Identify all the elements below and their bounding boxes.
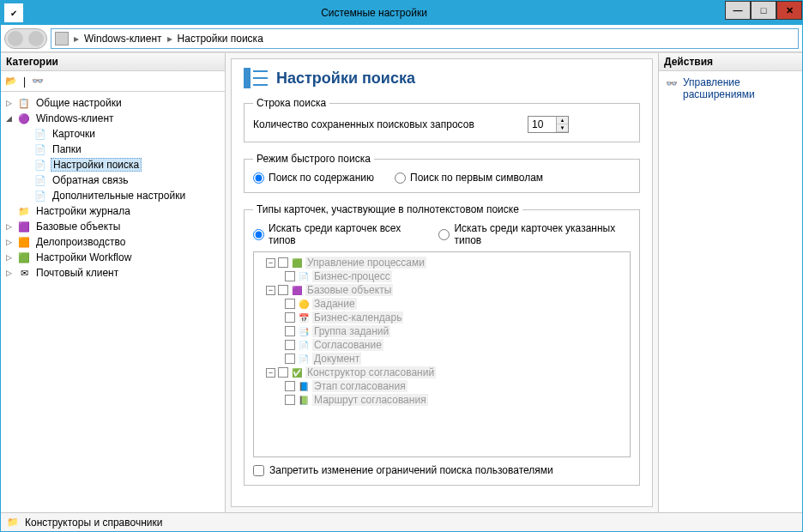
tree-node-feedback[interactable]: 📄 Обратная связь (3, 172, 223, 188)
settings-icon: 📋 (17, 96, 31, 110)
expander-icon[interactable]: ▷ (4, 222, 14, 231)
checkbox[interactable] (278, 285, 288, 295)
tree-node-task[interactable]: 🟡 Задание (256, 297, 628, 311)
route-icon: 📗 (298, 394, 310, 406)
nav-back-icon (8, 31, 23, 46)
radio-content-search[interactable]: Поиск по содержанию (253, 172, 374, 184)
folder-icon: 📁 (17, 204, 31, 218)
saved-queries-label: Количество сохраненных поисковых запросо… (253, 118, 474, 130)
nav-back-forward[interactable] (4, 28, 47, 49)
titlebar: ✔ Системные настройки — □ ✕ (1, 1, 802, 25)
radio-all-types[interactable]: Искать среди карточек всех типов (253, 222, 418, 246)
expander-icon[interactable]: ▷ (4, 269, 14, 277)
expander-icon[interactable]: ▷ (4, 238, 14, 246)
expander-icon[interactable]: ▷ (4, 253, 14, 262)
tree-node-processes[interactable]: − 🟩 Управление процессами (256, 256, 628, 269)
saved-queries-spinner[interactable]: ▲ ▼ (528, 116, 569, 133)
expander-icon[interactable]: − (266, 258, 275, 268)
minimize-button[interactable]: — (725, 1, 751, 20)
tree-node-search[interactable]: 📄 Настройки поиска (3, 157, 223, 172)
window: ✔ Системные настройки — □ ✕ ▸ Windows-кл… (0, 0, 803, 532)
radio-input[interactable] (438, 229, 450, 240)
radio-input[interactable] (253, 172, 264, 184)
sidebar-toolbar: 📂 | 👓 (1, 71, 225, 92)
checkbox[interactable] (278, 367, 288, 378)
group-search-string: Строка поиска Количество сохраненных пои… (244, 97, 640, 142)
tree-node-bprocess[interactable]: 📄 Бизнес-процесс (256, 269, 628, 283)
nav-forward-icon (28, 31, 44, 46)
actions-pane: Действия 👓 Управление расширениями (658, 53, 802, 512)
tree-node-approval[interactable]: 📄 Согласование (256, 338, 628, 352)
checkbox-input[interactable] (253, 465, 264, 476)
folder-icon: 📄 (33, 142, 47, 156)
expander-icon[interactable]: ▷ (4, 99, 14, 107)
manage-extensions-link[interactable]: 👓 Управление расширениями (659, 71, 802, 106)
actions-header: Действия (659, 53, 802, 71)
object-icon: 🟪 (291, 284, 303, 296)
tree-node-baseobjects[interactable]: − 🟪 Базовые объекты (256, 283, 628, 297)
tree-node-winclient[interactable]: ◢ 🟣 Windows-клиент (3, 111, 223, 126)
expander-icon[interactable]: ◢ (4, 114, 14, 123)
search-icon: 📄 (33, 158, 47, 172)
breadcrumb-item[interactable]: Windows-клиент (84, 33, 162, 45)
tree-node-cards[interactable]: 📄 Карточки (3, 126, 223, 142)
expander-icon[interactable]: − (266, 368, 275, 378)
stage-icon: 📘 (298, 380, 310, 392)
checkbox[interactable] (285, 340, 295, 350)
tree-node-folders[interactable]: 📄 Папки (3, 142, 223, 157)
radio-selected-types[interactable]: Искать среди карточек указанных типов (438, 222, 631, 246)
tree-node-extra[interactable]: 📄 Дополнительные настройки (3, 188, 223, 203)
group-quick-search: Режим быстрого поиска Поиск по содержани… (244, 153, 640, 193)
breadcrumb[interactable]: ▸ Windows-клиент ▸ Настройки поиска (51, 28, 799, 49)
card-icon: 📄 (33, 127, 47, 141)
checkbox[interactable] (285, 271, 295, 281)
group-legend: Типы карточек, участвующие в полнотексто… (253, 203, 522, 215)
close-button[interactable]: ✕ (776, 1, 802, 20)
tree-node-general[interactable]: ▷ 📋 Общие настройки (3, 95, 223, 111)
checkbox[interactable] (285, 299, 295, 309)
radio-input[interactable] (253, 229, 264, 240)
saved-queries-input[interactable] (528, 117, 556, 132)
tree-node-calendar[interactable]: 📅 Бизнес-календарь (256, 311, 628, 324)
breadcrumb-item[interactable]: Настройки поиска (178, 33, 263, 45)
radio-input[interactable] (395, 172, 406, 184)
tree-node-doflow[interactable]: ▷ 🟧 Делопроизводство (3, 234, 223, 250)
object-icon: 🟪 (17, 220, 31, 233)
status-text: Конструкторы и справочники (25, 517, 162, 529)
spin-up-icon[interactable]: ▲ (557, 117, 568, 124)
checkbox[interactable] (285, 395, 295, 405)
group-icon: 📑 (298, 325, 310, 337)
calendar-icon: 📅 (298, 311, 310, 323)
window-title: Системные настройки (23, 7, 725, 19)
process-icon: 🟩 (291, 257, 303, 269)
content: Категории 📂 | 👓 ▷ 📋 Общие настройки ◢ 🟣 … (1, 52, 802, 512)
tree-node-taskgroup[interactable]: 📑 Группа заданий (256, 324, 628, 338)
radio-prefix-search[interactable]: Поиск по первым символам (395, 172, 543, 184)
folder-icon[interactable]: 📂 (4, 75, 18, 88)
checkbox[interactable] (285, 381, 295, 391)
checkbox[interactable] (285, 354, 295, 364)
tree-node-approval-route[interactable]: 📗 Маршрут согласования (256, 393, 628, 407)
extra-icon: 📄 (33, 189, 47, 203)
tree-node-approval-builder[interactable]: − ✅ Конструктор согласований (256, 366, 628, 379)
tree-node-approval-stage[interactable]: 📘 Этап согласования (256, 379, 628, 393)
builder-icon: ✅ (291, 366, 303, 378)
spin-down-icon[interactable]: ▼ (557, 124, 568, 132)
gear-icon[interactable]: 👓 (31, 75, 45, 88)
category-tree: ▷ 📋 Общие настройки ◢ 🟣 Windows-клиент 📄… (1, 92, 225, 512)
gear-icon: 👓 (666, 76, 678, 90)
tree-node-workflow[interactable]: ▷ 🟩 Настройки Workflow (3, 250, 223, 265)
statusbar: 📁 Конструкторы и справочники (1, 512, 802, 531)
checkbox[interactable] (285, 312, 295, 323)
expander-icon[interactable]: − (266, 286, 275, 295)
lock-restrictions-checkbox[interactable]: Запретить изменение ограничений поиска п… (253, 464, 631, 476)
maximize-button[interactable]: □ (751, 1, 776, 20)
tree-node-mail[interactable]: ▷ ✉ Почтовый клиент (3, 265, 223, 281)
breadcrumb-icon (55, 32, 69, 45)
breadcrumb-sep: ▸ (74, 33, 79, 45)
checkbox[interactable] (278, 257, 288, 268)
tree-node-document[interactable]: 📄 Документ (256, 352, 628, 366)
checkbox[interactable] (285, 326, 295, 336)
tree-node-baseobj[interactable]: ▷ 🟪 Базовые объекты (3, 219, 223, 234)
tree-node-journal[interactable]: 📁 Настройки журнала (3, 203, 223, 219)
